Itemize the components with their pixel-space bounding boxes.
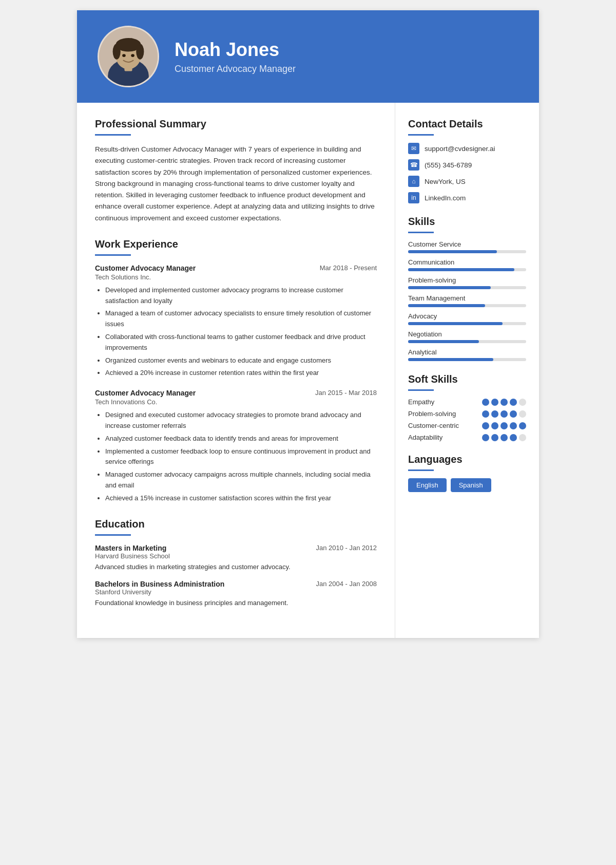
skill-name: Customer Service — [408, 240, 526, 248]
skill-bar-background — [408, 322, 526, 325]
skill-bar-fill — [408, 268, 514, 271]
edu-date: Jan 2010 - Jan 2012 — [316, 544, 377, 552]
contact-value: (555) 345-6789 — [425, 161, 472, 169]
skill-name: Communication — [408, 258, 526, 266]
skill-bar-background — [408, 340, 526, 343]
soft-skill-item: Empathy — [408, 398, 526, 406]
skill-bar-fill — [408, 340, 479, 343]
languages-title: Languages — [408, 454, 526, 465]
summary-divider — [95, 134, 131, 136]
skill-item: Negotiation — [408, 330, 526, 343]
skill-bar-fill — [408, 322, 503, 325]
edu-entry: Bachelors in Business Administration Jan… — [95, 580, 377, 608]
jobs-container: Customer Advocacy Manager Mar 2018 - Pre… — [95, 264, 377, 504]
work-experience-title: Work Experience — [95, 238, 377, 250]
body-section: Professional Summary Results-driven Cust… — [77, 103, 539, 638]
edu-degree: Bachelors in Business Administration — [95, 580, 224, 588]
skill-name: Problem-solving — [408, 276, 526, 284]
svg-point-9 — [131, 54, 134, 57]
language-tag: English — [408, 478, 447, 492]
candidate-title: Customer Advocacy Manager — [175, 64, 296, 74]
contact-value: NewYork, US — [425, 178, 466, 185]
languages-divider — [408, 469, 434, 471]
summary-title: Professional Summary — [95, 118, 377, 130]
contact-icon: ☎ — [408, 159, 419, 171]
skill-name: Analytical — [408, 348, 526, 356]
edu-entry: Masters in Marketing Jan 2010 - Jan 2012… — [95, 544, 377, 572]
language-tag: Spanish — [451, 478, 491, 492]
summary-text: Results-driven Customer Advocacy Manager… — [95, 144, 377, 224]
soft-skill-name: Customer-centric — [408, 422, 459, 429]
edu-container: Masters in Marketing Jan 2010 - Jan 2012… — [95, 544, 377, 608]
dot-filled — [510, 410, 517, 418]
dot-filled — [510, 399, 517, 406]
dot-filled — [482, 434, 489, 441]
edu-degree: Masters in Marketing — [95, 544, 166, 552]
soft-skills-section: Soft Skills Empathy Problem-solving Cust… — [408, 373, 526, 441]
work-experience-divider — [95, 254, 131, 256]
svg-point-6 — [113, 44, 121, 59]
contact-item: ☎ (555) 345-6789 — [408, 159, 526, 171]
skill-name: Advocacy — [408, 312, 526, 320]
job-title: Customer Advocacy Manager — [95, 264, 196, 272]
language-tags-container: EnglishSpanish — [408, 478, 526, 492]
svg-point-7 — [136, 44, 144, 59]
job-company: Tech Solutions Inc. — [95, 273, 377, 281]
header-text: Noah Jones Customer Advocacy Manager — [175, 39, 296, 74]
soft-skill-name: Adaptability — [408, 434, 442, 441]
dot-filled — [491, 422, 498, 429]
contact-item: in LinkedIn.com — [408, 192, 526, 203]
edu-date: Jan 2004 - Jan 2008 — [316, 580, 377, 588]
list-item: Managed a team of customer advocacy spec… — [105, 308, 377, 330]
job-header: Customer Advocacy Manager Jan 2015 - Mar… — [95, 389, 377, 397]
skill-bar-fill — [408, 286, 491, 289]
skill-bar-background — [408, 268, 526, 271]
contact-icon: ✉ — [408, 143, 419, 154]
contact-item: ✉ support@cvdesigner.ai — [408, 143, 526, 154]
skills-container: Customer Service Communication Problem-s… — [408, 240, 526, 361]
dot-filled — [500, 434, 508, 441]
job-date: Mar 2018 - Present — [320, 264, 377, 272]
soft-skill-item: Problem-solving — [408, 410, 526, 418]
candidate-name: Noah Jones — [175, 39, 296, 61]
contact-item: ⌂ NewYork, US — [408, 176, 526, 187]
skill-bar-fill — [408, 304, 485, 307]
summary-section: Professional Summary Results-driven Cust… — [95, 118, 377, 224]
skill-bar-background — [408, 358, 526, 361]
soft-skill-name: Problem-solving — [408, 410, 456, 418]
soft-skill-name: Empathy — [408, 398, 434, 406]
skill-item: Advocacy — [408, 312, 526, 325]
skill-name: Team Management — [408, 294, 526, 302]
dot-empty — [519, 399, 526, 406]
dot-filled — [491, 434, 498, 441]
main-column: Professional Summary Results-driven Cust… — [77, 103, 395, 638]
dot-empty — [519, 434, 526, 441]
skills-title: Skills — [408, 216, 526, 228]
skill-bar-background — [408, 304, 526, 307]
header-section: Noah Jones Customer Advocacy Manager — [77, 10, 539, 103]
skill-bar-fill — [408, 250, 497, 253]
resume-container: Noah Jones Customer Advocacy Manager Pro… — [77, 10, 539, 638]
job-bullets: Developed and implemented customer advoc… — [95, 285, 377, 379]
soft-skills-divider — [408, 389, 434, 391]
skill-dots — [482, 422, 526, 429]
list-item: Achieved a 20% increase in customer rete… — [105, 368, 377, 379]
dot-filled — [519, 422, 526, 429]
skill-bar-fill — [408, 358, 493, 361]
avatar — [98, 26, 159, 87]
skill-bar-background — [408, 286, 526, 289]
list-item: Achieved a 15% increase in customer sati… — [105, 493, 377, 504]
skill-item: Customer Service — [408, 240, 526, 253]
skill-bar-background — [408, 250, 526, 253]
svg-point-8 — [122, 54, 126, 57]
edu-header: Masters in Marketing Jan 2010 - Jan 2012 — [95, 544, 377, 552]
edu-school: Stanford University — [95, 588, 377, 596]
edu-description: Foundational knowledge in business princ… — [95, 598, 377, 608]
dot-filled — [482, 410, 489, 418]
soft-skill-item: Customer-centric — [408, 422, 526, 429]
work-experience-section: Work Experience Customer Advocacy Manage… — [95, 238, 377, 504]
list-item: Organized customer events and webinars t… — [105, 355, 377, 366]
education-divider — [95, 534, 131, 536]
dot-filled — [500, 410, 508, 418]
skill-item: Analytical — [408, 348, 526, 361]
